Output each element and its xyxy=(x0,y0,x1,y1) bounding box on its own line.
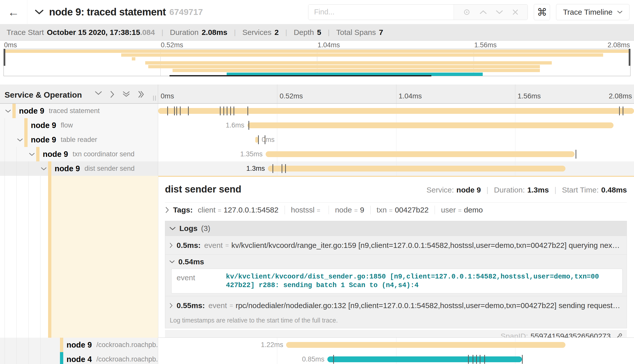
span-service-name: node 4 xyxy=(67,355,92,364)
minimap-left-handle[interactable] xyxy=(4,49,5,66)
span-timeline-cell[interactable]: 1.22ms xyxy=(158,338,634,352)
equals-sign: = xyxy=(317,207,320,214)
find-clear-icon[interactable] xyxy=(512,9,519,16)
span-expander-icon[interactable] xyxy=(41,167,47,171)
tag-item[interactable]: hostssl= xyxy=(291,206,323,214)
expand-all-icon[interactable] xyxy=(138,91,145,99)
span-row[interactable]: node 9txn coordinator send1.35ms xyxy=(0,147,634,161)
detail-header: dist sender send Service:node 9|Duration… xyxy=(165,184,627,195)
span-name-cell[interactable]: node 4/cockroach.roachpb.I… xyxy=(0,352,158,364)
tree-guide-line xyxy=(5,176,5,338)
find-prev-icon[interactable] xyxy=(479,10,487,15)
find-input[interactable] xyxy=(308,5,454,20)
span-color-bar xyxy=(60,352,63,364)
span-duration-label: 0ms xyxy=(262,133,274,147)
summary-value: 2.08ms xyxy=(202,28,227,37)
tag-item[interactable]: client=127.0.0.1:54582 xyxy=(198,206,279,214)
expand-one-icon[interactable] xyxy=(110,91,115,99)
locate-icon[interactable] xyxy=(463,8,471,16)
span-service-name: node 9 xyxy=(43,150,68,159)
span-timeline-cell[interactable] xyxy=(158,104,634,118)
tree-guide-line xyxy=(5,161,5,176)
tag-value: demo xyxy=(464,206,483,214)
tree-guide-line xyxy=(16,352,17,364)
span-row[interactable]: node 9traced statement xyxy=(0,104,634,118)
span-duration-bar[interactable] xyxy=(158,108,634,114)
log-entry-expanded-header[interactable]: 0.54ms xyxy=(165,254,627,269)
log-field-value: kv/kvclient/kvcoord/dist_sender.go:1850 … xyxy=(226,272,603,290)
keyboard-shortcuts-button[interactable]: ⌘ xyxy=(534,4,550,20)
span-duration-label: 0.85ms xyxy=(302,352,325,364)
summary-label: Total Spans xyxy=(336,28,376,37)
collapse-all-icon[interactable] xyxy=(122,91,130,99)
back-button[interactable]: ← xyxy=(0,0,27,24)
logs-header[interactable]: Logs (3) xyxy=(165,221,627,236)
find-next-icon[interactable] xyxy=(496,10,503,15)
tags-title: Tags: xyxy=(173,206,193,214)
timeline-axis: 0ms0.52ms1.04ms1.56ms2.08ms xyxy=(158,84,634,103)
span-duration-bar[interactable] xyxy=(266,151,575,157)
tree-guide-line xyxy=(5,118,5,133)
log-event-tick xyxy=(619,106,620,115)
span-duration-bar[interactable] xyxy=(247,122,614,128)
log-event-tick xyxy=(522,355,523,364)
span-name-cell[interactable]: node 9dist sender send xyxy=(0,161,158,176)
span-timeline-cell[interactable]: 0.85ms xyxy=(158,352,634,364)
span-duration-bar[interactable] xyxy=(286,342,565,348)
tag-item[interactable]: node=9 xyxy=(335,206,364,214)
span-duration-label: 1.3ms xyxy=(246,161,265,176)
tags-row[interactable]: Tags: client=127.0.0.1:54582hostssl=node… xyxy=(165,203,627,217)
trace-view-selector[interactable]: Trace Timeline xyxy=(556,4,629,20)
log-event-tick xyxy=(230,106,231,115)
axis-tick-label: 0.52ms xyxy=(280,92,303,100)
tag-item[interactable]: txn=00427b22 xyxy=(377,206,429,214)
tag-item[interactable]: user=demo xyxy=(441,206,483,214)
span-name-cell[interactable]: node 9/cockroach.roachpb.I… xyxy=(0,338,158,352)
minimap-axis-labels: 0ms0.52ms1.04ms1.56ms2.08ms xyxy=(4,41,630,49)
minimap-right-handle[interactable] xyxy=(629,49,630,66)
log-event-tick xyxy=(333,355,334,364)
log-field-key: event xyxy=(204,241,223,250)
minimap-span-bar xyxy=(132,57,135,60)
tree-guide-line xyxy=(28,352,29,364)
span-detail-panel: dist sender send Service:node 9|Duration… xyxy=(158,176,634,338)
span-timeline-cell[interactable]: 0ms xyxy=(158,133,634,147)
grid-header: Service & Operation 0ms0.52ms1.04ms1.56m… xyxy=(0,84,634,104)
title-chevron-down-icon[interactable] xyxy=(35,9,44,15)
span-name-cell[interactable]: node 9table reader xyxy=(0,133,158,147)
collapse-one-icon[interactable] xyxy=(95,91,102,99)
span-timeline-cell[interactable]: 1.6ms xyxy=(158,118,634,133)
log-entry-collapsed[interactable]: 0.55ms:event=rpc/nodedialer/nodedialer.g… xyxy=(165,296,627,315)
log-entry-collapsed[interactable]: 0.5ms:event=kv/kvclient/kvcoord/range_it… xyxy=(165,236,627,254)
span-duration-bar[interactable] xyxy=(268,166,565,172)
minimap-axis-label: 2.08ms xyxy=(607,41,630,49)
span-name-cell[interactable]: node 9txn coordinator send xyxy=(0,147,158,161)
span-expander-icon[interactable] xyxy=(29,153,35,156)
minimap-viewport-indicator[interactable] xyxy=(170,75,432,76)
log-event-tick xyxy=(480,355,480,364)
span-row[interactable]: node 9flow1.6ms xyxy=(0,118,634,133)
span-timeline-cell[interactable]: 1.35ms xyxy=(158,147,634,161)
span-timeline-cell[interactable]: 1.3ms xyxy=(158,161,634,176)
span-name: node 9table reader xyxy=(31,133,97,147)
minimap-canvas[interactable] xyxy=(4,49,630,76)
selected-span-color-strip xyxy=(48,176,51,338)
span-duration-bar[interactable] xyxy=(255,137,258,143)
name-column-title: Service & Operation xyxy=(5,90,82,100)
span-row[interactable]: node 9/cockroach.roachpb.I…1.22ms xyxy=(0,338,634,352)
span-row[interactable]: node 4/cockroach.roachpb.I…0.85ms xyxy=(0,352,634,364)
detail-meta-value: 1.3ms xyxy=(527,186,549,194)
span-link-icon[interactable] xyxy=(615,332,623,338)
span-row[interactable]: node 9dist sender send1.3ms xyxy=(0,161,634,176)
span-expander-icon[interactable] xyxy=(17,138,23,142)
timeline-gridline xyxy=(396,133,396,147)
detail-meta-label: Duration: xyxy=(494,186,525,194)
column-resize-handle[interactable] xyxy=(153,96,156,101)
span-row[interactable]: node 9table reader0ms xyxy=(0,133,634,147)
span-duration-bar[interactable] xyxy=(327,356,522,362)
name-column-header: Service & Operation xyxy=(0,84,158,103)
span-name-cell[interactable]: node 9traced statement xyxy=(0,104,158,118)
span-expander-icon[interactable] xyxy=(5,109,11,113)
detail-left-gutter xyxy=(0,176,158,338)
span-name-cell[interactable]: node 9flow xyxy=(0,118,158,133)
